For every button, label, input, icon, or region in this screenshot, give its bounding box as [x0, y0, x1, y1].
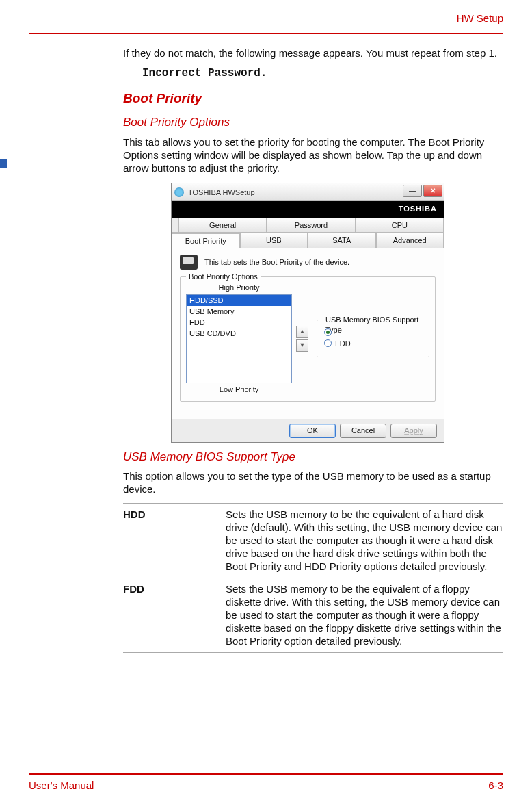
footer-right: 6-3	[488, 779, 503, 791]
boot-priority-group: Boot Priority Options High Priority HDD/…	[180, 276, 436, 401]
radio-fdd[interactable]: FDD	[324, 339, 422, 348]
tab-general[interactable]: General	[178, 218, 267, 232]
high-priority-label: High Priority	[186, 283, 292, 292]
tab-row-2: Boot Priority USB SATA Advanced	[172, 233, 444, 248]
usb-group-title: USB Memory BIOS Support Type	[323, 315, 429, 334]
boot-priority-description: This tab allows you to set the priority …	[123, 135, 503, 175]
group-title: Boot Priority Options	[186, 272, 261, 281]
table-row: FDD Sets the USB memory to be the equiva…	[123, 582, 503, 648]
option-desc-fdd: Sets the USB memory to be the equivalent…	[226, 582, 503, 648]
options-table: HDD Sets the USB memory to be the equiva…	[123, 503, 503, 653]
tab-sata[interactable]: SATA	[308, 233, 376, 248]
close-button[interactable]: ✕	[423, 185, 442, 197]
list-item[interactable]: USB Memory	[187, 306, 291, 317]
hwsetup-window: TOSHIBA HWSetup — ✕ TOSHIBA General Pass…	[171, 183, 444, 442]
heading-boot-priority-options: Boot Priority Options	[123, 115, 503, 130]
tab-advanced[interactable]: Advanced	[376, 233, 444, 248]
tab-password[interactable]: Password	[267, 218, 355, 232]
table-rule	[123, 503, 503, 504]
tab-usb[interactable]: USB	[240, 233, 308, 248]
option-term-hdd: HDD	[123, 508, 226, 573]
low-priority-label: Low Priority	[186, 385, 292, 394]
footer-left: User's Manual	[29, 779, 94, 791]
move-down-button[interactable]: ▼	[296, 339, 308, 352]
error-message-code: Incorrect Password.	[142, 66, 503, 80]
footer-rule	[29, 773, 503, 775]
usb-type-description: This option allows you to set the type o…	[123, 469, 503, 495]
dialog-buttons: OK Cancel Apply	[172, 419, 444, 441]
page-content: If they do not match, the following mess…	[123, 47, 503, 653]
radio-icon	[324, 328, 332, 336]
cancel-button[interactable]: Cancel	[340, 424, 386, 437]
radio-label: FDD	[335, 339, 351, 348]
table-rule	[123, 652, 503, 653]
tab-boot-priority[interactable]: Boot Priority	[172, 233, 240, 248]
tab-cpu[interactable]: CPU	[356, 218, 444, 232]
list-item[interactable]: USB CD/DVD	[187, 328, 291, 339]
ok-button[interactable]: OK	[289, 424, 336, 437]
table-rule	[123, 578, 503, 578]
window-titlebar: TOSHIBA HWSetup — ✕	[172, 183, 444, 201]
usb-support-group: USB Memory BIOS Support Type HDD FDD	[317, 320, 429, 357]
priority-listbox[interactable]: HDD/SSD USB Memory FDD USB CD/DVD	[186, 294, 292, 383]
tab-body: This tab sets the Boot Priority of the d…	[172, 248, 444, 419]
apply-button[interactable]: Apply	[390, 424, 437, 437]
monitor-icon	[180, 255, 198, 270]
move-up-button[interactable]: ▲	[296, 326, 308, 338]
hwsetup-screenshot: TOSHIBA HWSetup — ✕ TOSHIBA General Pass…	[171, 183, 503, 442]
header-rule	[29, 33, 503, 34]
heading-boot-priority: Boot Priority	[123, 90, 503, 107]
app-icon	[174, 187, 184, 197]
option-term-fdd: FDD	[123, 582, 226, 648]
list-item[interactable]: HDD/SSD	[187, 295, 291, 306]
window-title: TOSHIBA HWSetup	[188, 187, 255, 197]
minimize-button[interactable]: —	[403, 185, 422, 197]
radio-icon	[324, 339, 332, 347]
intro-paragraph: If they do not match, the following mess…	[123, 47, 503, 60]
list-item[interactable]: FDD	[187, 317, 291, 328]
tab-row-1: General Password CPU	[172, 218, 444, 233]
section-title: HW Setup	[457, 12, 503, 24]
option-desc-hdd: Sets the USB memory to be the equivalent…	[226, 508, 503, 573]
table-row: HDD Sets the USB memory to be the equiva…	[123, 508, 503, 573]
heading-usb-type: USB Memory BIOS Support Type	[123, 450, 503, 465]
brand-bar: TOSHIBA	[172, 201, 444, 218]
tab-description: This tab sets the Boot Priority of the d…	[204, 257, 349, 267]
change-bar	[0, 159, 7, 168]
